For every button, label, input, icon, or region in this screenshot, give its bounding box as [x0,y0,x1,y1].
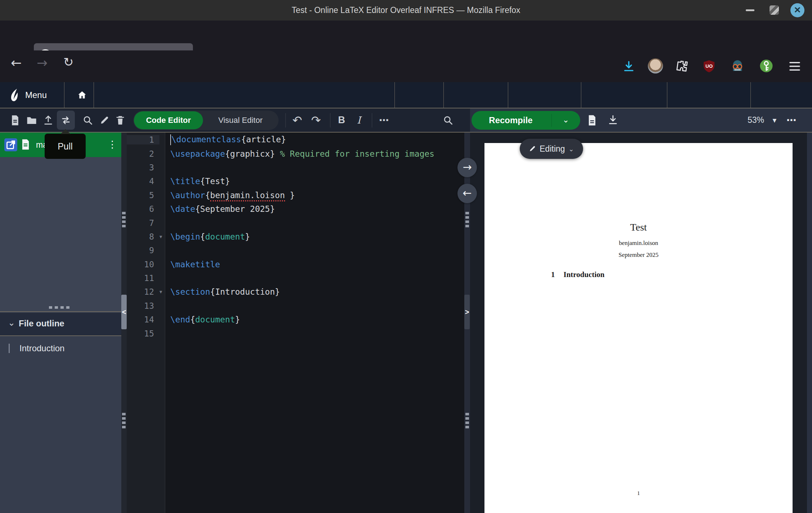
privacy-mask-icon[interactable] [730,58,745,73]
editor-pdf-divider[interactable]: → ← > [464,133,470,513]
bold-icon[interactable]: B [334,108,349,132]
move-right-icon[interactable]: → [457,158,477,177]
code-line[interactable]: 4\title{Test} [127,174,464,188]
file-menu-kebab-icon[interactable]: ⋮ [105,133,119,157]
code-line[interactable]: 8▾\begin{document} [127,230,464,244]
back-icon[interactable]: ← [11,55,22,70]
code-line[interactable]: 1\documentclass{article} [127,133,464,147]
line-number: 15 [127,329,159,338]
keepassxc-icon[interactable] [759,58,774,73]
code-line[interactable]: 7 [127,216,464,229]
minimize-icon[interactable] [746,9,754,11]
divider-drag-dots-lower[interactable] [122,413,126,428]
collapse-sidebar-icon[interactable]: < [121,295,127,329]
downloads-icon[interactable] [622,59,636,73]
code-line[interactable]: 5\author{benjamin.loison } [127,188,464,202]
editing-caret-icon: ⌄ [569,145,574,153]
move-left-icon[interactable]: ← [457,184,477,203]
recompile-caret-icon[interactable]: ⌄ [551,111,580,130]
code-token: \usepackage [170,149,225,159]
delete-icon[interactable] [113,108,127,132]
hamburger-menu-icon[interactable] [788,61,801,72]
pdf-page: Test benjamin.loison September 2025 1Int… [484,143,793,513]
code-token: \author [170,191,205,200]
line-number: 8 [127,232,159,241]
compile-log-icon[interactable] [584,108,600,132]
editor-toolbar: Code Editor Visual Editor ↶ ↷ B I ⋯ Reco… [0,108,812,133]
reload-icon[interactable]: ↻ [63,55,74,69]
git-sync-icon[interactable] [58,108,74,132]
code-token: \title [170,177,200,186]
toolbar-more-icon[interactable]: ⋯ [376,108,392,132]
undo-icon[interactable]: ↶ [289,108,306,132]
new-folder-icon[interactable] [24,108,40,132]
recompile-label: Recompile [472,111,550,130]
open-external-icon[interactable] [4,138,17,151]
rename-icon[interactable] [96,108,112,132]
recompile-button[interactable]: Recompile ⌄ [472,111,580,130]
line-number: 9 [127,246,159,255]
redo-icon[interactable]: ↷ [307,108,325,132]
code-editor-tab[interactable]: Code Editor [134,111,203,129]
line-number: 2 [127,149,159,159]
menu-button[interactable]: Menu [9,82,47,108]
window-titlebar[interactable]: Test - Online LaTeX Editor Overleaf INFR… [0,0,812,21]
code-token: {article} [241,135,286,144]
download-pdf-icon[interactable] [605,108,621,132]
forward-icon[interactable]: → [37,55,48,70]
line-number: 13 [127,301,159,311]
line-content: \maketitle [165,260,220,269]
tooltip-arrow [60,129,71,134]
code-line[interactable]: 9 [127,244,464,257]
code-line[interactable]: 14\end{document} [127,313,464,326]
divider-drag-dots-lower[interactable] [465,413,469,428]
code-token: \section [170,287,210,296]
upload-icon[interactable] [40,108,56,132]
account-avatar[interactable] [648,58,663,73]
file-outline-header[interactable]: ⌄ File outline [0,313,121,335]
new-file-icon[interactable] [7,108,23,132]
collapse-pdf-icon[interactable]: > [464,295,470,329]
code-line[interactable]: 12▾\section{Introduction} [127,285,464,299]
search-project-icon[interactable] [80,108,96,132]
fold-icon[interactable]: ▾ [159,289,165,295]
code-line[interactable]: 13 [127,299,464,313]
outline-item-marker [9,344,10,353]
pdf-more-icon[interactable]: ⋯ [783,108,800,132]
close-icon[interactable]: ✕ [790,3,804,17]
pdf-zoom-caret-icon[interactable]: ▼ [770,108,780,132]
code-editor[interactable]: 1\documentclass{article}2\usepackage{gra… [127,133,464,513]
pdf-zoom-level[interactable]: 53% [741,108,770,132]
editing-label: Editing [540,144,565,154]
pdf-preview-pane[interactable]: Test benjamin.loison September 2025 1Int… [470,133,812,513]
restore-icon[interactable] [770,5,779,15]
line-content: \title{Test} [165,177,230,186]
outline-item[interactable]: Introduction [0,340,121,357]
line-number: 11 [127,273,159,283]
ublock-origin-icon[interactable]: UO [702,59,716,73]
code-line[interactable]: 11 [127,271,464,285]
line-content: \documentclass{article} [165,134,286,145]
divider-drag-dots[interactable] [122,212,126,227]
fold-icon[interactable]: ▾ [159,233,165,240]
code-token: {Introduction} [210,287,280,296]
extensions-icon[interactable] [675,59,689,73]
code-line[interactable]: 6\date{September 2025} [127,202,464,216]
sidebar-divider[interactable]: < [121,133,127,513]
editing-pencil-icon [529,145,536,152]
code-line[interactable]: 3 [127,161,464,174]
code-line[interactable]: 15 [127,326,464,340]
code-line[interactable]: 2\usepackage{graphicx} % Required for in… [127,147,464,160]
editing-mode-dropdown[interactable]: Editing ⌄ [520,139,583,159]
line-number: 7 [127,218,159,228]
code-line[interactable]: 10\maketitle [127,258,464,271]
sidebar-resize-handle[interactable] [49,306,69,309]
visual-editor-tab[interactable]: Visual Editor [204,111,277,129]
italic-icon[interactable]: I [351,108,366,132]
home-button[interactable] [71,82,94,108]
section-title: Introduction [564,270,605,279]
pdf-scrollbar[interactable] [807,133,812,513]
overleaf-header: Menu Test Review Share ↺ History Layout … [0,82,812,108]
divider-drag-dots[interactable] [465,212,469,227]
editor-search-icon[interactable] [440,108,456,132]
